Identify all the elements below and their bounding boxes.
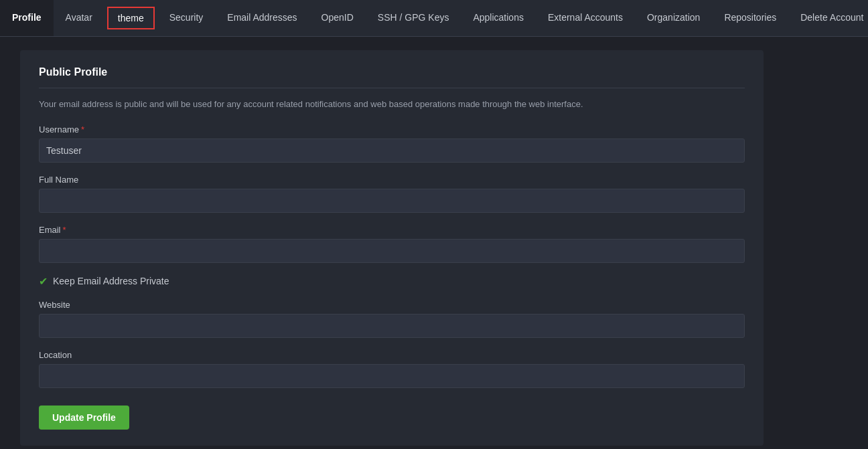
username-label: Username* (39, 124, 745, 134)
location-input[interactable] (39, 364, 745, 388)
username-input[interactable] (39, 139, 745, 163)
nav-item-repositories[interactable]: Repositories (712, 0, 788, 36)
fullname-label: Full Name (39, 175, 745, 185)
nav-item-theme[interactable]: theme (107, 7, 155, 29)
location-group: Location (39, 350, 745, 388)
public-profile-card: Public Profile Your email address is pub… (20, 50, 764, 446)
nav-item-ssh-gpg-keys[interactable]: SSH / GPG Keys (366, 0, 461, 36)
keep-email-label: Keep Email Address Private (53, 276, 169, 286)
nav-item-email-addresses[interactable]: Email Addresses (215, 0, 309, 36)
nav-item-security[interactable]: Security (157, 0, 216, 36)
nav-item-external-accounts[interactable]: External Accounts (536, 0, 635, 36)
website-label: Website (39, 300, 745, 310)
nav-item-delete-account[interactable]: Delete Account (788, 0, 868, 36)
nav-item-avatar[interactable]: Avatar (54, 0, 104, 36)
card-title: Public Profile (39, 66, 745, 88)
update-profile-button[interactable]: Update Profile (39, 406, 129, 430)
nav-item-applications[interactable]: Applications (461, 0, 536, 36)
nav-item-organization[interactable]: Organization (635, 0, 712, 36)
top-navigation: Profile Avatar theme Security Email Addr… (0, 0, 868, 37)
email-input[interactable] (39, 239, 745, 263)
fullname-group: Full Name (39, 175, 745, 213)
nav-item-profile[interactable]: Profile (0, 0, 54, 36)
website-input[interactable] (39, 314, 745, 338)
nav-item-openid[interactable]: OpenID (309, 0, 366, 36)
email-required-star: * (63, 225, 66, 235)
main-content: Public Profile Your email address is pub… (0, 37, 868, 449)
info-text: Your email address is public and will be… (39, 98, 745, 111)
website-group: Website (39, 300, 745, 338)
email-group: Email* (39, 225, 745, 263)
username-required-star: * (81, 124, 84, 134)
email-label: Email* (39, 225, 745, 235)
checkmark-icon: ✔ (39, 275, 48, 288)
keep-email-row[interactable]: ✔ Keep Email Address Private (39, 275, 745, 288)
fullname-input[interactable] (39, 189, 745, 213)
username-group: Username* (39, 124, 745, 163)
location-label: Location (39, 350, 745, 360)
